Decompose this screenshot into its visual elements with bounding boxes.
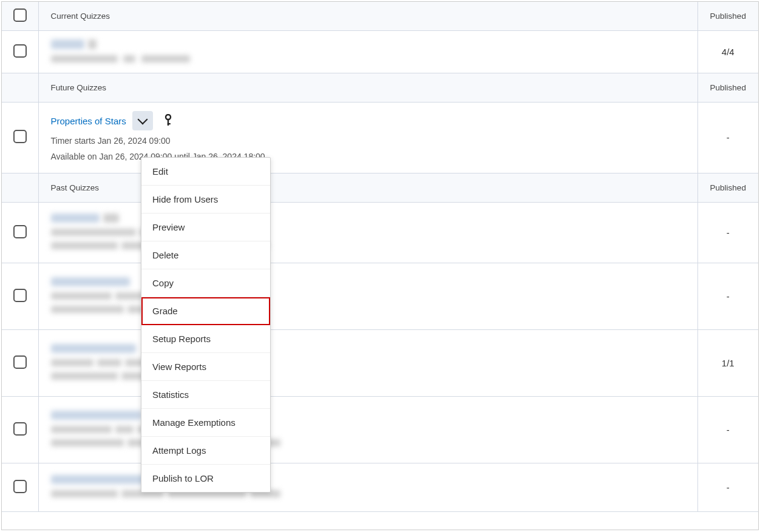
quiz-published-value: 1/1: [722, 358, 735, 368]
quiz-published-value: -: [727, 291, 730, 301]
quiz-table: Current Quizzes Published 4/4 Future Qui…: [2, 2, 758, 512]
quiz-row: -: [2, 202, 758, 263]
quiz-checkbox[interactable]: [13, 130, 27, 143]
quiz-actions-dropdown[interactable]: [132, 111, 153, 130]
section-future-label: Future Quizzes: [38, 73, 697, 103]
menu-item-grade[interactable]: Grade: [141, 297, 270, 325]
section-past-label: Past Quizzes: [38, 173, 697, 202]
svg-rect-1: [167, 119, 168, 126]
quiz-checkbox[interactable]: [13, 225, 27, 238]
menu-item-setup-reports[interactable]: Setup Reports: [141, 325, 270, 353]
quiz-row-properties-of-stars: Properties of Stars Timer starts Jan 26,…: [2, 103, 758, 173]
section-future-header: Future Quizzes Published: [2, 73, 758, 103]
section-past-header: Past Quizzes Published: [2, 173, 758, 202]
quiz-checkbox[interactable]: [13, 422, 27, 436]
quiz-link-properties-of-stars[interactable]: Properties of Stars: [51, 116, 126, 126]
quiz-row: 1/1: [2, 329, 758, 396]
section-current-header: Current Quizzes Published: [2, 2, 758, 31]
svg-rect-2: [167, 123, 170, 124]
menu-item-statistics[interactable]: Statistics: [141, 381, 270, 409]
quiz-checkbox[interactable]: [13, 289, 27, 302]
quiz-checkbox[interactable]: [13, 44, 27, 58]
menu-item-attempt-logs[interactable]: Attempt Logs: [141, 437, 270, 465]
menu-item-preview[interactable]: Preview: [141, 214, 270, 241]
quiz-checkbox[interactable]: [13, 480, 27, 493]
quiz-list-container: Current Quizzes Published 4/4 Future Qui…: [1, 1, 759, 530]
quiz-published-value: 4/4: [722, 47, 735, 57]
quiz-row: -: [2, 396, 758, 463]
menu-item-edit[interactable]: Edit: [141, 158, 270, 186]
section-current-published-header: Published: [697, 2, 758, 31]
quiz-row: 4/4: [2, 31, 758, 73]
quiz-timer-line: Timer starts Jan 26, 2024 09:00: [51, 134, 685, 149]
quiz-published-value: -: [727, 482, 730, 493]
menu-item-hide-from-users[interactable]: Hide from Users: [141, 186, 270, 214]
quiz-published-value: -: [727, 227, 730, 238]
quiz-actions-menu: EditHide from UsersPreviewDeleteCopyGrad…: [141, 157, 271, 493]
chevron-down-icon: [137, 114, 148, 124]
svg-point-0: [166, 115, 171, 120]
key-icon: [164, 114, 172, 128]
section-current-label: Current Quizzes: [38, 2, 697, 31]
quiz-row: -: [2, 263, 758, 329]
menu-item-manage-exemptions[interactable]: Manage Exemptions: [141, 409, 270, 437]
menu-item-publish-to-lor[interactable]: Publish to LOR: [141, 465, 270, 492]
select-all-current-checkbox[interactable]: [13, 8, 27, 22]
quiz-published-value: -: [727, 132, 730, 143]
menu-item-copy[interactable]: Copy: [141, 269, 270, 297]
section-past-published-header: Published: [697, 173, 758, 202]
quiz-published-value: -: [727, 425, 730, 435]
quiz-row: -: [2, 463, 758, 511]
menu-item-view-reports[interactable]: View Reports: [141, 353, 270, 381]
quiz-checkbox[interactable]: [13, 355, 27, 369]
menu-item-delete[interactable]: Delete: [141, 241, 270, 269]
section-future-published-header: Published: [697, 73, 758, 103]
